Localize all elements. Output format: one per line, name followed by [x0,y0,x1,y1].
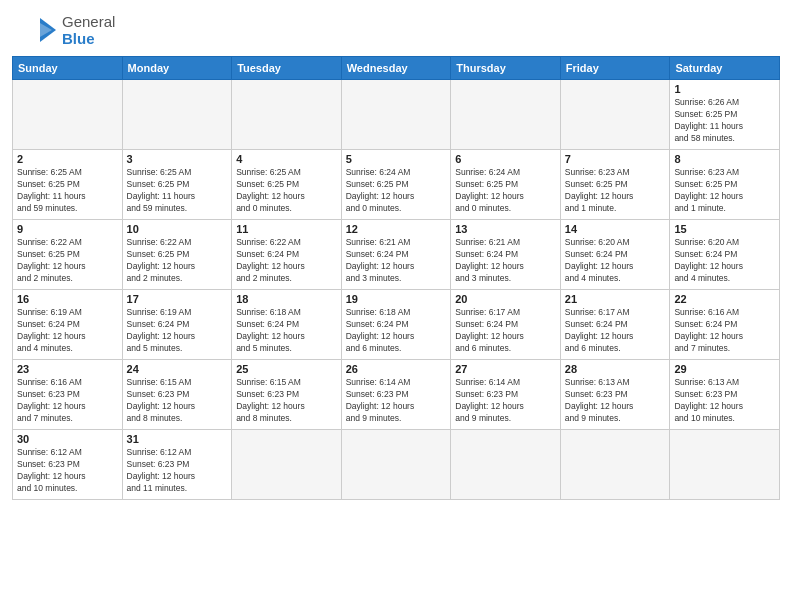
calendar-cell [451,80,561,150]
day-info: Sunrise: 6:22 AM Sunset: 6:25 PM Dayligh… [17,237,118,285]
day-info: Sunrise: 6:20 AM Sunset: 6:24 PM Dayligh… [565,237,666,285]
day-number: 3 [127,153,228,165]
calendar-cell: 6Sunrise: 6:24 AM Sunset: 6:25 PM Daylig… [451,150,561,220]
day-number: 7 [565,153,666,165]
calendar-cell [451,430,561,500]
day-info: Sunrise: 6:17 AM Sunset: 6:24 PM Dayligh… [455,307,556,355]
day-info: Sunrise: 6:13 AM Sunset: 6:23 PM Dayligh… [565,377,666,425]
calendar-cell: 24Sunrise: 6:15 AM Sunset: 6:23 PM Dayli… [122,360,232,430]
day-info: Sunrise: 6:15 AM Sunset: 6:23 PM Dayligh… [127,377,228,425]
day-number: 2 [17,153,118,165]
day-number: 22 [674,293,775,305]
calendar-cell: 2Sunrise: 6:25 AM Sunset: 6:25 PM Daylig… [13,150,123,220]
day-number: 29 [674,363,775,375]
calendar-cell: 3Sunrise: 6:25 AM Sunset: 6:25 PM Daylig… [122,150,232,220]
calendar-cell: 23Sunrise: 6:16 AM Sunset: 6:23 PM Dayli… [13,360,123,430]
day-number: 4 [236,153,337,165]
day-info: Sunrise: 6:22 AM Sunset: 6:25 PM Dayligh… [127,237,228,285]
calendar-cell: 12Sunrise: 6:21 AM Sunset: 6:24 PM Dayli… [341,220,451,290]
day-info: Sunrise: 6:15 AM Sunset: 6:23 PM Dayligh… [236,377,337,425]
day-info: Sunrise: 6:25 AM Sunset: 6:25 PM Dayligh… [17,167,118,215]
day-number: 6 [455,153,556,165]
day-info: Sunrise: 6:25 AM Sunset: 6:25 PM Dayligh… [127,167,228,215]
day-number: 16 [17,293,118,305]
weekday-header-row: SundayMondayTuesdayWednesdayThursdayFrid… [13,57,780,80]
calendar-cell: 19Sunrise: 6:18 AM Sunset: 6:24 PM Dayli… [341,290,451,360]
day-info: Sunrise: 6:25 AM Sunset: 6:25 PM Dayligh… [236,167,337,215]
weekday-header: Thursday [451,57,561,80]
day-number: 31 [127,433,228,445]
day-info: Sunrise: 6:12 AM Sunset: 6:23 PM Dayligh… [17,447,118,495]
calendar-cell: 26Sunrise: 6:14 AM Sunset: 6:23 PM Dayli… [341,360,451,430]
day-info: Sunrise: 6:18 AM Sunset: 6:24 PM Dayligh… [346,307,447,355]
day-number: 26 [346,363,447,375]
day-info: Sunrise: 6:24 AM Sunset: 6:25 PM Dayligh… [455,167,556,215]
day-info: Sunrise: 6:18 AM Sunset: 6:24 PM Dayligh… [236,307,337,355]
day-number: 24 [127,363,228,375]
calendar-cell: 16Sunrise: 6:19 AM Sunset: 6:24 PM Dayli… [13,290,123,360]
calendar-cell [560,80,670,150]
day-number: 9 [17,223,118,235]
day-info: Sunrise: 6:26 AM Sunset: 6:25 PM Dayligh… [674,97,775,145]
calendar-week-row: 1Sunrise: 6:26 AM Sunset: 6:25 PM Daylig… [13,80,780,150]
weekday-header: Tuesday [232,57,342,80]
calendar-cell: 17Sunrise: 6:19 AM Sunset: 6:24 PM Dayli… [122,290,232,360]
day-info: Sunrise: 6:14 AM Sunset: 6:23 PM Dayligh… [455,377,556,425]
calendar-cell: 31Sunrise: 6:12 AM Sunset: 6:23 PM Dayli… [122,430,232,500]
day-number: 5 [346,153,447,165]
day-number: 15 [674,223,775,235]
calendar-cell: 8Sunrise: 6:23 AM Sunset: 6:25 PM Daylig… [670,150,780,220]
weekday-header: Monday [122,57,232,80]
calendar-week-row: 16Sunrise: 6:19 AM Sunset: 6:24 PM Dayli… [13,290,780,360]
day-info: Sunrise: 6:21 AM Sunset: 6:24 PM Dayligh… [455,237,556,285]
day-number: 1 [674,83,775,95]
calendar-cell: 13Sunrise: 6:21 AM Sunset: 6:24 PM Dayli… [451,220,561,290]
weekday-header: Sunday [13,57,123,80]
day-number: 28 [565,363,666,375]
calendar-cell [13,80,123,150]
day-number: 27 [455,363,556,375]
weekday-header: Friday [560,57,670,80]
calendar-cell: 25Sunrise: 6:15 AM Sunset: 6:23 PM Dayli… [232,360,342,430]
day-info: Sunrise: 6:24 AM Sunset: 6:25 PM Dayligh… [346,167,447,215]
day-number: 8 [674,153,775,165]
day-number: 17 [127,293,228,305]
calendar-table: SundayMondayTuesdayWednesdayThursdayFrid… [12,56,780,500]
calendar-cell [341,430,451,500]
calendar-cell: 29Sunrise: 6:13 AM Sunset: 6:23 PM Dayli… [670,360,780,430]
day-number: 19 [346,293,447,305]
logo-general: General [62,13,115,30]
calendar-cell: 14Sunrise: 6:20 AM Sunset: 6:24 PM Dayli… [560,220,670,290]
calendar-cell: 11Sunrise: 6:22 AM Sunset: 6:24 PM Dayli… [232,220,342,290]
day-info: Sunrise: 6:17 AM Sunset: 6:24 PM Dayligh… [565,307,666,355]
day-number: 20 [455,293,556,305]
calendar-cell: 10Sunrise: 6:22 AM Sunset: 6:25 PM Dayli… [122,220,232,290]
weekday-header: Saturday [670,57,780,80]
calendar-cell: 7Sunrise: 6:23 AM Sunset: 6:25 PM Daylig… [560,150,670,220]
day-info: Sunrise: 6:21 AM Sunset: 6:24 PM Dayligh… [346,237,447,285]
day-info: Sunrise: 6:13 AM Sunset: 6:23 PM Dayligh… [674,377,775,425]
header: GeneralBlue [12,10,780,50]
day-info: Sunrise: 6:23 AM Sunset: 6:25 PM Dayligh… [565,167,666,215]
day-info: Sunrise: 6:19 AM Sunset: 6:24 PM Dayligh… [127,307,228,355]
calendar-cell [341,80,451,150]
day-info: Sunrise: 6:22 AM Sunset: 6:24 PM Dayligh… [236,237,337,285]
calendar-cell: 20Sunrise: 6:17 AM Sunset: 6:24 PM Dayli… [451,290,561,360]
day-info: Sunrise: 6:16 AM Sunset: 6:23 PM Dayligh… [17,377,118,425]
day-info: Sunrise: 6:20 AM Sunset: 6:24 PM Dayligh… [674,237,775,285]
calendar-cell: 22Sunrise: 6:16 AM Sunset: 6:24 PM Dayli… [670,290,780,360]
day-number: 30 [17,433,118,445]
logo-blue: Blue [62,30,115,47]
day-info: Sunrise: 6:16 AM Sunset: 6:24 PM Dayligh… [674,307,775,355]
calendar-cell: 27Sunrise: 6:14 AM Sunset: 6:23 PM Dayli… [451,360,561,430]
calendar-cell [670,430,780,500]
weekday-header: Wednesday [341,57,451,80]
day-number: 18 [236,293,337,305]
calendar-cell [232,80,342,150]
day-number: 12 [346,223,447,235]
calendar-cell: 21Sunrise: 6:17 AM Sunset: 6:24 PM Dayli… [560,290,670,360]
calendar-week-row: 9Sunrise: 6:22 AM Sunset: 6:25 PM Daylig… [13,220,780,290]
day-info: Sunrise: 6:23 AM Sunset: 6:25 PM Dayligh… [674,167,775,215]
calendar-week-row: 2Sunrise: 6:25 AM Sunset: 6:25 PM Daylig… [13,150,780,220]
calendar-cell: 28Sunrise: 6:13 AM Sunset: 6:23 PM Dayli… [560,360,670,430]
